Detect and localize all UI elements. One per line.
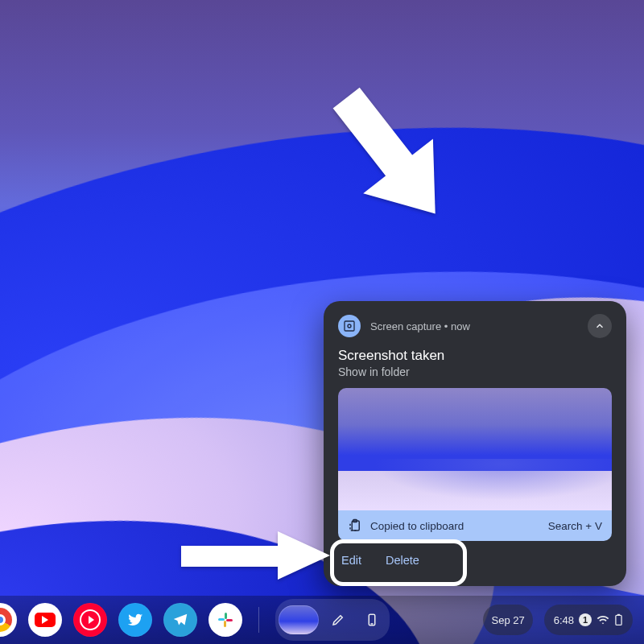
chrome-app-icon[interactable] bbox=[0, 603, 17, 637]
svg-rect-6 bbox=[224, 621, 226, 627]
notification-collapse-button[interactable] bbox=[588, 314, 612, 338]
time-label: 6:48 bbox=[554, 614, 574, 626]
svg-rect-11 bbox=[617, 614, 620, 616]
screenshot-thumbnail-image bbox=[338, 388, 612, 510]
battery-icon bbox=[614, 613, 623, 626]
date-label: Sep 27 bbox=[491, 614, 524, 626]
screenshot-preview[interactable]: Copied to clipboard Search + V bbox=[338, 388, 612, 541]
holding-space-tote[interactable] bbox=[275, 599, 390, 641]
clipboard-banner[interactable]: Copied to clipboard Search + V bbox=[338, 510, 612, 541]
notification-actions: Edit Delete bbox=[324, 541, 626, 586]
delete-button[interactable]: Delete bbox=[382, 549, 423, 572]
phone-icon bbox=[365, 613, 379, 627]
notification-app-name: Screen capture bbox=[370, 320, 441, 332]
youtube-music-app-icon[interactable] bbox=[73, 603, 107, 637]
shelf: Sep 27 6:48 1 bbox=[0, 596, 644, 644]
calendar-pill[interactable]: Sep 27 bbox=[483, 605, 532, 635]
svg-rect-0 bbox=[345, 321, 354, 331]
screenshot-notification-card: Screen capturenow Screenshot taken Show … bbox=[324, 301, 626, 586]
stylus-icon bbox=[331, 613, 345, 627]
clipboard-label: Copied to clipboard bbox=[370, 520, 464, 532]
phone-hub-button[interactable] bbox=[357, 605, 386, 634]
notification-body: Screenshot taken Show in folder bbox=[324, 338, 626, 388]
notification-when: now bbox=[441, 320, 470, 332]
shelf-divider bbox=[258, 607, 259, 633]
notification-source: Screen capturenow bbox=[370, 320, 470, 332]
svg-rect-7 bbox=[226, 619, 233, 621]
slack-app-icon[interactable] bbox=[208, 603, 242, 637]
chevron-up-icon bbox=[594, 320, 605, 332]
twitter-bird-icon bbox=[126, 611, 144, 629]
notification-show-in-folder-link[interactable]: Show in folder bbox=[338, 365, 612, 378]
clipboard-icon bbox=[348, 518, 362, 533]
notification-header: Screen capturenow bbox=[324, 301, 626, 338]
svg-point-1 bbox=[348, 324, 351, 328]
clipboard-shortcut: Search + V bbox=[548, 520, 602, 532]
svg-rect-5 bbox=[218, 618, 225, 621]
status-tray-pill[interactable]: 6:48 1 bbox=[544, 605, 633, 635]
svg-rect-4 bbox=[225, 613, 227, 619]
svg-rect-10 bbox=[616, 615, 621, 625]
wifi-icon bbox=[597, 613, 609, 626]
twitter-app-icon[interactable] bbox=[118, 603, 152, 637]
screen-capture-icon bbox=[338, 315, 361, 337]
notification-title: Screenshot taken bbox=[338, 348, 612, 364]
recent-screenshot-thumb[interactable] bbox=[279, 605, 319, 634]
telegram-app-icon[interactable] bbox=[163, 603, 197, 637]
stylus-tool-button[interactable] bbox=[324, 605, 353, 634]
edit-button[interactable]: Edit bbox=[338, 549, 365, 572]
youtube-app-icon[interactable] bbox=[28, 603, 62, 637]
slack-hash-icon bbox=[216, 610, 235, 630]
telegram-plane-icon bbox=[171, 611, 189, 629]
notification-count-badge: 1 bbox=[579, 613, 592, 626]
